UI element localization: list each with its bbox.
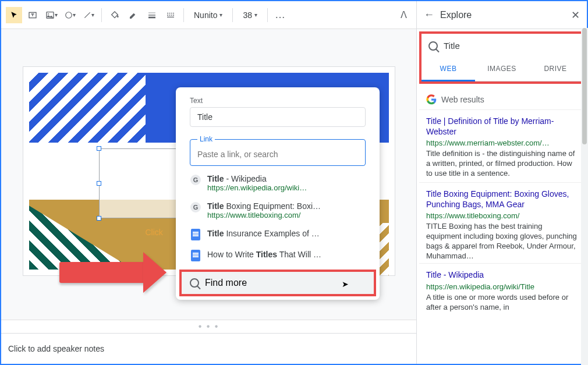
link-url-input[interactable] (197, 150, 358, 159)
tutorial-arrow (59, 262, 147, 283)
web-results-label: Web results (441, 95, 484, 104)
search-result[interactable]: Title - Wikipedia https://en.wikipedia.o… (419, 263, 585, 316)
resize-handle[interactable] (97, 181, 101, 186)
border-color[interactable] (125, 7, 141, 23)
svg-point-2 (48, 13, 49, 15)
docs-icon (191, 229, 200, 240)
border-dash[interactable] (162, 7, 179, 23)
result-url: https://en.wikipedia.org/wiki/Title (426, 282, 578, 291)
font-name: Nunito (194, 10, 217, 20)
search-icon (428, 41, 438, 51)
result-url: https://www.titleboxing.com/ (426, 211, 578, 220)
subtitle-placeholder[interactable]: Click (146, 228, 163, 237)
border-weight[interactable] (144, 7, 160, 23)
link-field-label: Link (197, 135, 215, 143)
docs-icon (191, 250, 200, 261)
link-suggestion-web[interactable]: G Title Boxing Equipment: Boxi…https://w… (176, 197, 380, 224)
result-snippet: Title definition is - the distinguishing… (426, 149, 578, 179)
search-result[interactable]: Title | Definition of Title by Merriam-W… (419, 109, 585, 182)
result-snippet: A title is one or more words used before… (426, 293, 578, 313)
textbox-tool[interactable] (24, 7, 41, 23)
web-icon: G (190, 175, 201, 185)
explore-results: Web results Title | Definition of Title … (417, 86, 587, 364)
scrollbar[interactable] (581, 28, 588, 365)
tab-drive[interactable]: DRIVE (529, 58, 582, 81)
filmstrip-toggle[interactable]: • • • (1, 320, 416, 333)
result-title[interactable]: Title - Wikipedia (426, 270, 578, 280)
image-tool[interactable]: ▾ (43, 7, 59, 23)
fill-color[interactable] (107, 7, 123, 23)
search-icon (190, 278, 199, 288)
google-icon (426, 94, 437, 105)
link-suggestion-doc[interactable]: How to Write Titles That Will … (176, 245, 380, 266)
font-size-dropdown[interactable]: 38▾ (238, 7, 263, 23)
result-title[interactable]: Title | Definition of Title by Merriam-W… (426, 116, 578, 137)
explore-tabs: WEB IMAGES DRIVE (421, 58, 582, 81)
more-tools[interactable]: … (275, 9, 285, 21)
speaker-notes[interactable]: Click to add speaker notes (1, 333, 416, 364)
svg-point-3 (65, 12, 72, 18)
toolbar-collapse[interactable]: ᐱ (395, 7, 412, 23)
back-icon[interactable]: ← (424, 9, 434, 21)
result-url: https://www.merriam-webster.com/… (426, 139, 578, 147)
tab-web[interactable]: WEB (421, 58, 475, 81)
font-size: 38 (243, 10, 252, 20)
resize-handle[interactable] (97, 216, 101, 221)
tab-images[interactable]: IMAGES (475, 58, 529, 81)
result-title[interactable]: Title Boxing Equipment: Boxing Gloves, P… (426, 189, 578, 210)
slide-canvas: Click Text Title Link G Title - Wikipedi… (1, 29, 416, 320)
close-icon[interactable]: ✕ (571, 9, 580, 22)
text-field-label: Text (176, 97, 380, 105)
toolbar: ▾ ▾ ▾ Nunito▾ 38▾ … ᐱ (1, 1, 416, 29)
explore-search-input[interactable] (444, 41, 575, 51)
font-family-dropdown[interactable]: Nunito▾ (189, 7, 228, 23)
link-suggestions: G Title - Wikipediahttps://en.wikipedia.… (176, 169, 380, 266)
resize-handle[interactable] (97, 146, 101, 151)
link-text-input[interactable]: Title (190, 107, 366, 127)
web-icon: G (190, 202, 201, 212)
explore-title: Explore (440, 10, 565, 20)
search-result[interactable]: Title Boxing Equipment: Boxing Gloves, P… (419, 182, 585, 263)
insert-link-popup: Text Title Link G Title - Wikipediahttps… (176, 87, 380, 300)
explore-panel: ← Explore ✕ WEB IMAGES DRIVE Web results… (416, 1, 587, 364)
result-snippet: TITLE Boxing has the best training equip… (426, 222, 578, 260)
link-suggestion-web[interactable]: G Title - Wikipediahttps://en.wikipedia.… (176, 169, 380, 197)
cursor-icon: ➤ (342, 279, 349, 289)
link-suggestion-doc[interactable]: Title Insurance Examples of … (176, 224, 380, 245)
tutorial-highlight: WEB IMAGES DRIVE (419, 31, 585, 84)
line-tool[interactable]: ▾ (80, 7, 97, 23)
shape-tool[interactable]: ▾ (62, 7, 78, 23)
find-more-label: Find more (205, 278, 247, 288)
select-tool[interactable] (6, 7, 22, 23)
